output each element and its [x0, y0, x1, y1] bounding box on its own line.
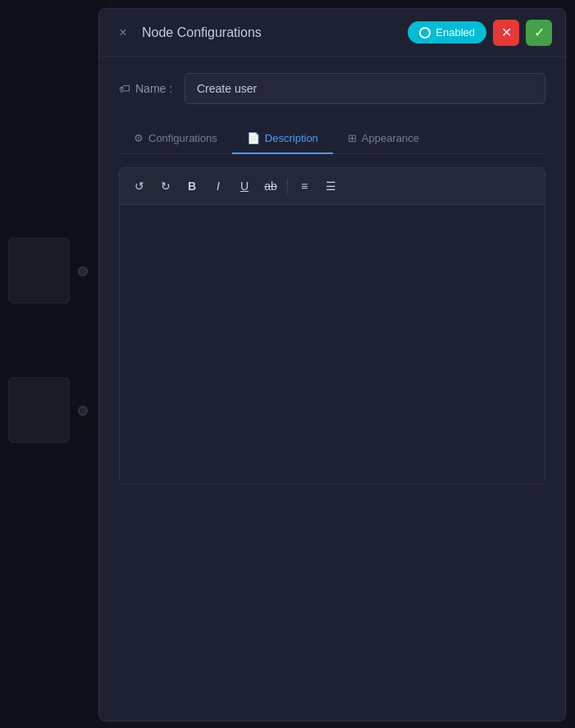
unordered-list-icon: ☰ [326, 180, 336, 193]
tab-description[interactable]: 📄 Description [232, 124, 333, 154]
ordered-list-icon: ≡ [301, 180, 308, 193]
node-configurations-modal: × Node Configurations Enabled ✕ ✓ 🏷 Name… [98, 8, 566, 721]
undo-icon: ↺ [135, 180, 144, 193]
editor-container: ↺ ↻ B I U ab ≡ [119, 167, 545, 485]
modal-header: × Node Configurations Enabled ✕ ✓ [99, 9, 565, 57]
cancel-button[interactable]: ✕ [493, 20, 519, 46]
tag-icon: 🏷 [119, 82, 130, 95]
confirm-button[interactable]: ✓ [526, 20, 552, 46]
italic-button[interactable]: I [207, 175, 230, 198]
cancel-icon: ✕ [501, 25, 512, 40]
underline-button[interactable]: U [233, 175, 256, 198]
tab-appearance-label: Appearance [362, 132, 419, 144]
tabs-row: ⚙ Configurations 📄 Description ⊞ Appeara… [119, 124, 545, 154]
redo-button[interactable]: ↻ [154, 175, 177, 198]
enabled-toggle[interactable]: Enabled [408, 21, 486, 43]
modal-body: 🏷 Name : ⚙ Configurations 📄 Description … [99, 57, 565, 721]
redo-icon: ↻ [161, 180, 171, 193]
editor-content-area[interactable] [120, 205, 545, 484]
tab-configurations[interactable]: ⚙ Configurations [119, 124, 232, 154]
name-input[interactable] [185, 73, 545, 104]
undo-button[interactable]: ↺ [128, 175, 151, 198]
description-tab-icon: 📄 [247, 132, 260, 144]
name-label: 🏷 Name : [119, 82, 185, 95]
bold-icon: B [188, 180, 196, 193]
unordered-list-button[interactable]: ☰ [319, 175, 342, 198]
name-row: 🏷 Name : [119, 73, 545, 104]
italic-icon: I [217, 180, 220, 193]
enabled-dot-icon [419, 27, 431, 39]
underline-icon: U [240, 180, 249, 193]
close-button[interactable]: × [112, 22, 134, 43]
header-actions: Enabled ✕ ✓ [408, 20, 552, 46]
tab-description-label: Description [265, 132, 318, 144]
tab-appearance[interactable]: ⊞ Appearance [333, 124, 434, 154]
modal-title: Node Configurations [142, 25, 408, 40]
enabled-label: Enabled [436, 26, 475, 39]
configurations-tab-icon: ⚙ [134, 132, 144, 144]
strikethrough-button[interactable]: ab [259, 175, 282, 198]
name-label-text: Name : [135, 82, 172, 95]
appearance-tab-icon: ⊞ [348, 132, 357, 144]
tab-configurations-label: Configurations [148, 132, 217, 144]
strikethrough-icon: ab [264, 180, 277, 193]
confirm-icon: ✓ [534, 25, 545, 40]
editor-toolbar: ↺ ↻ B I U ab ≡ [120, 168, 545, 205]
ordered-list-button[interactable]: ≡ [293, 175, 316, 198]
bold-button[interactable]: B [180, 175, 203, 198]
toolbar-divider [287, 178, 288, 194]
